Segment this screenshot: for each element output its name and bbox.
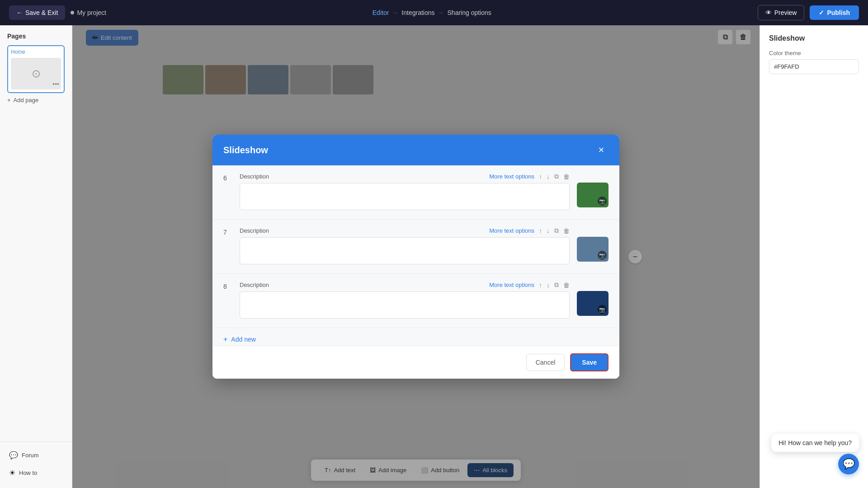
- main-layout: Pages Home ⊙ ••• + Add page 💬 Forum ☀ Ho…: [0, 25, 868, 488]
- delete-icon-8[interactable]: 🗑: [563, 282, 570, 289]
- cancel-button[interactable]: Cancel: [526, 354, 565, 371]
- delete-icon-6[interactable]: 🗑: [563, 173, 570, 180]
- save-button[interactable]: Save: [570, 353, 609, 371]
- slide-content-6: Description More text options ↑ ↓ ⧉ 🗑: [240, 173, 570, 212]
- color-theme-label: Color theme: [769, 50, 859, 56]
- right-sidebar: Slideshow Color theme: [760, 25, 868, 488]
- preview-button[interactable]: 👁 Preview: [758, 5, 805, 20]
- copy-icon-8[interactable]: ⧉: [554, 281, 559, 289]
- modal-body[interactable]: 6 Description More text options ↑ ↓ ⧉ 🗑: [212, 165, 619, 346]
- slide-desc-row-6: Description More text options ↑ ↓ ⧉ 🗑: [240, 173, 570, 180]
- status-dot: [71, 11, 74, 14]
- modal-overlay: Slideshow × 6 Description More text opti…: [72, 25, 760, 488]
- add-icon: +: [7, 97, 11, 103]
- slide-desc-label-6: Description: [240, 173, 269, 180]
- move-up-icon-6[interactable]: ↑: [539, 173, 542, 180]
- howto-icon: ☀: [9, 469, 15, 477]
- editor-nav-step[interactable]: Editor: [373, 9, 389, 16]
- slide-thumbnail-7[interactable]: 📷: [577, 237, 609, 262]
- arrow-right-icon-2: →: [439, 9, 444, 16]
- move-up-icon-8[interactable]: ↑: [539, 282, 542, 289]
- left-sidebar: Pages Home ⊙ ••• + Add page 💬 Forum ☀ Ho…: [0, 25, 72, 488]
- center-content: ✏ Add text Edit content ⧉ 🗑 − T↑ Add tex…: [72, 25, 760, 488]
- more-text-options-8[interactable]: More text options: [489, 282, 534, 288]
- camera-icon-6: 📷: [598, 197, 607, 206]
- camera-icon-8: 📷: [598, 305, 607, 314]
- chat-bubble-text: Hi! How can we help you?: [778, 439, 852, 446]
- modal-close-button[interactable]: ×: [594, 143, 609, 157]
- move-up-icon-7[interactable]: ↑: [539, 227, 542, 235]
- move-down-icon-6[interactable]: ↓: [547, 173, 550, 180]
- page-options-icon[interactable]: •••: [52, 80, 59, 88]
- top-navigation: ← Save & Exit My project Editor → Integr…: [0, 0, 868, 25]
- more-text-options-6[interactable]: More text options: [489, 173, 534, 180]
- slide-thumbnail-8[interactable]: 📷: [577, 291, 609, 316]
- sidebar-item-forum[interactable]: 💬 Forum: [5, 447, 66, 463]
- slide-textarea-6[interactable]: [240, 183, 570, 210]
- copy-icon-7[interactable]: ⧉: [554, 227, 559, 235]
- slide-textarea-8[interactable]: [240, 291, 570, 319]
- slide-number-7: 7: [223, 227, 232, 236]
- add-new-label: Add new: [231, 336, 255, 343]
- chat-fab-button[interactable]: 💬: [838, 454, 859, 474]
- slide-desc-row-7: Description More text options ↑ ↓ ⧉ 🗑: [240, 227, 570, 235]
- home-page-item[interactable]: Home ⊙ •••: [7, 45, 65, 93]
- eye-icon: 👁: [765, 9, 772, 16]
- slide-item-7: 7 Description More text options ↑ ↓ ⧉ 🗑: [212, 220, 619, 274]
- slide-item-6: 6 Description More text options ↑ ↓ ⧉ 🗑: [212, 165, 619, 220]
- topnav-right: 👁 Preview ✓ Publish: [758, 5, 859, 20]
- home-page-label: Home: [11, 49, 61, 55]
- add-page-button[interactable]: + Add page: [7, 97, 65, 103]
- integrations-nav-step[interactable]: Integrations: [401, 9, 434, 16]
- modal-title: Slideshow: [223, 145, 268, 155]
- color-theme-input[interactable]: [769, 59, 859, 74]
- sidebar-item-howto[interactable]: ☀ How to: [5, 465, 66, 481]
- chat-bubble: Hi! How can we help you?: [771, 434, 859, 452]
- copy-icon-6[interactable]: ⧉: [554, 173, 559, 180]
- slide-number-6: 6: [223, 173, 232, 182]
- save-exit-button[interactable]: ← Save & Exit: [9, 5, 65, 20]
- slide-textarea-7[interactable]: [240, 237, 570, 264]
- slide-thumbnail-6[interactable]: 📷: [577, 183, 609, 207]
- slide-number-8: 8: [223, 281, 232, 290]
- slide-content-7: Description More text options ↑ ↓ ⧉ 🗑: [240, 227, 570, 266]
- arrow-right-icon-1: →: [392, 9, 398, 16]
- slide-desc-label-8: Description: [240, 282, 269, 288]
- sharing-options-nav-step[interactable]: Sharing options: [448, 9, 491, 16]
- topnav-center: Editor → Integrations → Sharing options: [373, 9, 491, 16]
- camera-icon-7: 📷: [598, 251, 607, 260]
- move-down-icon-8[interactable]: ↓: [547, 282, 550, 289]
- topnav-left: ← Save & Exit My project: [9, 5, 106, 20]
- check-icon: ✓: [819, 9, 824, 16]
- modal-header: Slideshow ×: [212, 135, 619, 165]
- forum-icon: 💬: [9, 451, 18, 460]
- add-new-button[interactable]: + Add new: [212, 328, 619, 346]
- delete-icon-7[interactable]: 🗑: [563, 227, 570, 235]
- home-page-thumbnail: ⊙ •••: [11, 58, 61, 89]
- slide-desc-label-7: Description: [240, 227, 269, 234]
- pages-title: Pages: [7, 33, 65, 40]
- home-thumbnail-icon: ⊙: [32, 67, 41, 80]
- publish-button[interactable]: ✓ Publish: [810, 5, 859, 20]
- more-text-options-7[interactable]: More text options: [489, 227, 534, 234]
- back-arrow-icon: ←: [16, 9, 23, 16]
- slide-item-8: 8 Description More text options ↑ ↓ ⧉ 🗑: [212, 274, 619, 328]
- slide-content-8: Description More text options ↑ ↓ ⧉ 🗑: [240, 281, 570, 320]
- chat-fab-icon: 💬: [843, 458, 855, 470]
- project-name: My project: [71, 9, 106, 16]
- modal-footer: Cancel Save: [212, 346, 619, 379]
- right-sidebar-title: Slideshow: [769, 34, 859, 42]
- slideshow-modal: Slideshow × 6 Description More text opti…: [212, 135, 619, 379]
- move-down-icon-7[interactable]: ↓: [547, 227, 550, 235]
- slide-desc-row-8: Description More text options ↑ ↓ ⧉ 🗑: [240, 281, 570, 289]
- add-new-icon: +: [223, 335, 227, 343]
